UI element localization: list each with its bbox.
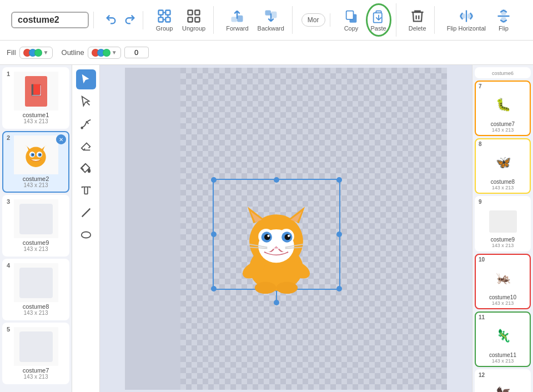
flip-vertical-button[interactable]: Flip bbox=[491, 6, 516, 34]
ungroup-label: Ungroup bbox=[182, 25, 205, 32]
handle-bl[interactable] bbox=[211, 286, 217, 292]
costume-name-input[interactable] bbox=[11, 12, 89, 28]
brush-tool-button[interactable] bbox=[76, 114, 96, 134]
copy-paste-section: Copy Paste bbox=[335, 3, 396, 37]
svg-text:🐛: 🐛 bbox=[495, 97, 511, 112]
svg-rect-13 bbox=[346, 11, 353, 19]
fill-label: Fill bbox=[7, 48, 16, 57]
fill-color-dot-3 bbox=[34, 49, 42, 57]
handle-tl[interactable] bbox=[211, 177, 217, 183]
costume-size-5: 143 x 213 bbox=[7, 374, 65, 380]
outline-color-circles bbox=[92, 49, 110, 57]
costume-size-2: 143 x 213 bbox=[7, 182, 65, 188]
svg-rect-4 bbox=[188, 11, 193, 15]
delete-badge-2[interactable]: ✕ bbox=[56, 134, 66, 144]
right-num-11: 11 bbox=[479, 314, 485, 320]
cat-sprite[interactable] bbox=[217, 182, 336, 301]
group-section: Group Ungroup bbox=[148, 6, 214, 34]
text-tool-button[interactable] bbox=[76, 180, 96, 200]
more-button[interactable]: Mor bbox=[301, 13, 325, 27]
costume-name-5: costume7 bbox=[7, 367, 65, 374]
ellipse-tool-button[interactable] bbox=[76, 225, 96, 245]
right-num-12: 12 bbox=[479, 372, 485, 378]
svg-rect-17 bbox=[501, 11, 505, 14]
secondary-toolbar: Fill ▼ Outline ▼ bbox=[0, 41, 533, 65]
copy-button[interactable]: Copy bbox=[339, 6, 364, 34]
costume-thumb-5 bbox=[14, 327, 58, 366]
costume-size-4: 143 x 213 bbox=[7, 310, 65, 316]
svg-rect-15 bbox=[460, 14, 464, 18]
handle-tr[interactable] bbox=[336, 177, 342, 183]
outline-value-input[interactable] bbox=[124, 47, 149, 58]
tool-sidebar bbox=[72, 65, 100, 392]
eraser-tool-button[interactable] bbox=[76, 136, 96, 156]
right-size-10: 143 x 213 bbox=[478, 300, 527, 306]
svg-rect-3 bbox=[165, 17, 170, 22]
svg-rect-6 bbox=[188, 17, 193, 22]
right-size-8: 143 x 213 bbox=[478, 185, 527, 190]
right-size-7: 143 x 213 bbox=[478, 127, 527, 133]
delete-button[interactable]: Delete bbox=[405, 6, 430, 34]
svg-rect-10 bbox=[265, 11, 270, 15]
svg-rect-7 bbox=[195, 17, 199, 22]
svg-text:📕: 📕 bbox=[29, 83, 43, 97]
costume-item-3[interactable]: 3 costume9 143 x 213 bbox=[2, 195, 69, 257]
line-tool-button[interactable] bbox=[76, 203, 96, 223]
ungroup-button[interactable]: Ungroup bbox=[179, 6, 209, 34]
svg-text:🦋: 🦋 bbox=[495, 155, 511, 170]
main-toolbar: Group Ungroup Forward Backward bbox=[0, 0, 533, 41]
flip-horizontal-button[interactable]: Flip Horizontal bbox=[444, 6, 489, 34]
svg-point-55 bbox=[276, 282, 298, 293]
canvas-area[interactable] bbox=[100, 65, 472, 392]
fill-tool-button[interactable] bbox=[76, 158, 96, 178]
svg-rect-18 bbox=[501, 18, 505, 22]
redo-button[interactable] bbox=[122, 11, 138, 29]
backward-button[interactable]: Backward bbox=[254, 6, 288, 34]
copy-label: Copy bbox=[344, 25, 359, 32]
delete-section: Delete bbox=[401, 6, 435, 34]
costume-item-4[interactable]: 4 costume8 143 x 213 bbox=[2, 259, 69, 320]
undo-button[interactable] bbox=[103, 11, 119, 29]
outline-color-picker[interactable]: ▼ bbox=[88, 47, 121, 59]
svg-rect-5 bbox=[195, 11, 199, 15]
svg-rect-2 bbox=[159, 17, 163, 22]
fill-color-picker[interactable]: ▼ bbox=[19, 47, 53, 59]
handle-br[interactable] bbox=[336, 286, 342, 292]
svg-rect-9 bbox=[238, 16, 243, 21]
delete-label: Delete bbox=[409, 25, 426, 32]
right-costume-8[interactable]: 8 🦋 costume8 143 x 213 bbox=[475, 138, 531, 194]
arrow-tool-button[interactable] bbox=[76, 92, 96, 112]
forward-button[interactable]: Forward bbox=[223, 6, 252, 34]
svg-rect-8 bbox=[232, 17, 237, 21]
right-name-9: costume9 bbox=[478, 237, 527, 243]
costume-item-2[interactable]: 2 ✕ costume2 143 x 213 bbox=[2, 131, 69, 193]
handle-mr[interactable] bbox=[336, 232, 342, 237]
canvas-left-panel bbox=[125, 68, 180, 390]
select-tool-button[interactable] bbox=[76, 69, 96, 89]
svg-line-28 bbox=[86, 102, 89, 105]
paste-button[interactable]: Paste bbox=[366, 3, 391, 37]
costume-num-3: 3 bbox=[7, 198, 10, 205]
right-thumb-11: 🦎 bbox=[484, 321, 522, 352]
right-costume-6-partial[interactable]: costume6 143 x 213 bbox=[475, 67, 531, 78]
fill-color-circles bbox=[23, 49, 42, 57]
handle-ml[interactable] bbox=[211, 232, 217, 237]
svg-text:🦎: 🦎 bbox=[495, 328, 511, 343]
right-costume-11[interactable]: 11 🦎 costume11 143 x 213 bbox=[475, 311, 531, 367]
outline-section: Outline ▼ bbox=[62, 47, 149, 59]
outline-color-dot-3 bbox=[103, 49, 110, 57]
costume-item-1[interactable]: 1 📕 costume1 143 x 213 bbox=[2, 67, 69, 129]
costume-item-5[interactable]: 5 costume7 143 x 213 bbox=[2, 323, 69, 384]
costume-num-2: 2 bbox=[7, 134, 10, 141]
right-name-11: costume11 bbox=[478, 352, 527, 358]
group-button[interactable]: Group bbox=[152, 6, 177, 34]
right-costume-12[interactable]: 12 🦅 costume12 143 x 213 bbox=[475, 369, 531, 392]
costume-num-1: 1 bbox=[7, 71, 10, 77]
right-costume-9[interactable]: 9 costume9 143 x 213 bbox=[475, 196, 531, 252]
canvas-inner bbox=[125, 68, 447, 390]
right-costume-7[interactable]: 7 🐛 costume7 143 x 213 bbox=[475, 81, 531, 136]
costume-thumb-1: 📕 bbox=[14, 72, 58, 110]
svg-point-31 bbox=[81, 232, 90, 238]
right-costume-10[interactable]: 10 🦗 costume10 143 x 213 bbox=[475, 254, 531, 309]
right-num-10: 10 bbox=[479, 257, 485, 263]
